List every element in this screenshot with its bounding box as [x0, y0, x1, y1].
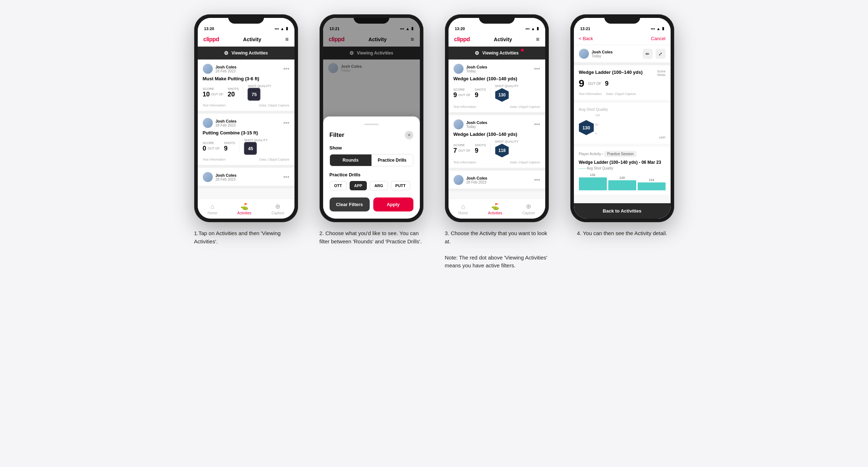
caption-2: 2. Choose what you'd like to see. You ca…	[320, 229, 423, 246]
data-source-1-2: Data: Clippd Capture	[259, 158, 289, 161]
activity-card-1-2[interactable]: Josh Coles 28 Feb 2023 ••• Putting Combi…	[198, 114, 294, 168]
nav-home-1[interactable]: ⌂ Home	[208, 203, 217, 215]
card-header-3-3: Josh Coles 28 Feb 2023 •••	[454, 175, 540, 185]
app-navbar-1: clippd Activity ≡	[198, 32, 294, 47]
sq-badge-1-2: 45	[244, 142, 257, 155]
activities-label-3: Activities	[488, 211, 502, 215]
status-time-4: 13:21	[580, 27, 590, 31]
wifi-icon-3: ▲	[531, 27, 535, 31]
battery-icon-1: ▮	[286, 26, 288, 31]
expand-icon-4[interactable]: ⤢	[656, 49, 666, 59]
step-1-column: 13:20 ▪▪▪ ▲ ▮ clippd Activity ≡ ⚙ View	[191, 14, 302, 246]
hamburger-icon-3[interactable]: ≡	[536, 36, 539, 43]
back-btn-4[interactable]: < Back	[579, 36, 593, 41]
modal-handle-2	[364, 124, 379, 125]
dots-menu-3-1[interactable]: •••	[534, 66, 540, 72]
card-header-left-1-3: Josh Coles 28 Feb 2023	[203, 172, 237, 182]
score-col-label-4: Score	[657, 70, 666, 73]
nav-activities-1[interactable]: ⛳ Activities	[237, 202, 251, 215]
tag-arg-2[interactable]: ARG	[370, 181, 388, 190]
drill-tags-2: OTT APP ARG PUTT	[330, 181, 413, 190]
practice-drills-btn-2[interactable]: Practice Drills	[371, 154, 413, 166]
home-icon-1: ⌂	[210, 203, 214, 210]
phone-notch-4	[604, 14, 640, 24]
stats-row-1-1: Score 10 OUT OF Shots 20	[203, 84, 289, 101]
activity-card-3-2[interactable]: Josh Coles Today ••• Wedge Ladder (100–1…	[449, 115, 545, 171]
avatar-3-3	[454, 175, 464, 185]
avatar-3-1	[454, 64, 464, 74]
stat-group-score-3-1: Score 9 OUT OF	[454, 88, 471, 99]
step-2-column: 13:21 ▪▪▪ ▲ ▮ clippd Activity ≡ ⚙ View	[316, 14, 427, 246]
activity-card-1-3[interactable]: Josh Coles 28 Feb 2023 •••	[198, 168, 294, 189]
dots-menu-3-3[interactable]: •••	[534, 177, 540, 183]
activity-list-1: Josh Coles 28 Feb 2023 ••• Must Make Put…	[198, 59, 294, 199]
shots-col-label-4: Shots	[657, 73, 666, 77]
activities-icon-1: ⛳	[240, 202, 248, 210]
viewing-label-3: Viewing Activities	[482, 51, 518, 56]
nav-capture-3[interactable]: ⊕ Capture	[522, 202, 535, 215]
clear-filters-btn-2[interactable]: Clear Filters	[330, 197, 370, 211]
activity-list-3: Josh Coles Today ••• Wedge Ladder (100–1…	[449, 59, 545, 199]
nav-activities-3[interactable]: ⛳ Activities	[488, 202, 502, 215]
activity-card-3-3[interactable]: Josh Coles 28 Feb 2023 •••	[449, 171, 545, 191]
phone-screen-4: 13:21 ▪▪▪ ▲ ▮ < Back Cancel	[574, 18, 671, 219]
score-card-4: Wedge Ladder (100–140 yds) Score Shots	[574, 65, 671, 100]
back-to-activities-btn-4[interactable]: Back to Activities	[574, 203, 671, 219]
user-date-1-2: 28 Feb 2023	[216, 123, 237, 127]
tag-putt-2[interactable]: PUTT	[391, 181, 411, 190]
card-header-1-3: Josh Coles 28 Feb 2023 •••	[203, 172, 289, 182]
viewing-banner-3[interactable]: ⚙ Viewing Activities	[449, 47, 545, 59]
stat-divider-1-1	[243, 87, 243, 98]
phone-notch-1	[228, 14, 264, 24]
big-score-4: 9	[579, 78, 585, 89]
player-activity-label-4: Player Activity	[579, 152, 601, 156]
caption-3-p1: 3. Choose the Activity that you want to …	[445, 229, 549, 246]
signal-icon-3: ▪▪▪	[526, 27, 530, 31]
activity-card-1-1[interactable]: Josh Coles 28 Feb 2023 ••• Must Make Put…	[198, 59, 294, 114]
dots-menu-1-2[interactable]: •••	[283, 120, 289, 126]
chart-session-title-4: Wedge Ladder (100–140 yds) - 06 Mar 23	[579, 160, 666, 165]
out-of-shots-4: 9	[605, 80, 609, 87]
edit-icon-4[interactable]: ✏	[643, 49, 653, 59]
nav-title-1: Activity	[243, 37, 262, 42]
card-header-left-1-2: Josh Coles 28 Feb 2023	[203, 118, 237, 128]
hamburger-icon-1[interactable]: ≡	[285, 36, 288, 43]
session-card-4: Player Activity › Practice Session Wedge…	[574, 147, 671, 195]
status-time-3: 13:20	[455, 27, 465, 31]
dots-menu-1-1[interactable]: •••	[283, 66, 289, 72]
detail-title-4: Wedge Ladder (100–140 yds)	[579, 70, 643, 78]
status-icons-4: ▪▪▪ ▲ ▮	[651, 26, 664, 31]
shots-label-3-2: Shots	[475, 143, 486, 147]
activity-card-3-1[interactable]: Josh Coles Today ••• Wedge Ladder (100–1…	[449, 59, 545, 115]
tag-app-2[interactable]: APP	[350, 181, 367, 190]
viewing-banner-1[interactable]: ⚙ Viewing Activities	[198, 47, 294, 59]
apply-btn-2[interactable]: Apply	[373, 197, 413, 211]
tag-ott-2[interactable]: OTT	[330, 181, 347, 190]
bottom-nav-3: ⌂ Home ⛳ Activities ⊕ Capture	[449, 199, 545, 219]
card-header-left-3-2: Josh Coles Today	[454, 119, 488, 129]
close-btn-2[interactable]: ✕	[405, 131, 413, 139]
test-info-1-2: Test Information	[203, 158, 226, 161]
detail-user-row-4: Josh Coles Today ✏ ⤢	[574, 45, 671, 65]
caption-1: 1.Tap on Activities and then 'Viewing Ac…	[194, 229, 298, 246]
avatar-1-3	[203, 172, 213, 182]
battery-icon-3: ▮	[537, 26, 539, 31]
info-subrow-4: Test Information Data: Clippd Capture	[579, 92, 666, 96]
nav-capture-1[interactable]: ⊕ Capture	[272, 202, 284, 215]
dots-menu-3-2[interactable]: •••	[534, 121, 540, 128]
phone-3: 13:20 ▪▪▪ ▲ ▮ clippd Activity ≡ ⚙	[445, 14, 549, 222]
dots-menu-1-3[interactable]: •••	[283, 174, 289, 180]
stat-divider-3-1	[490, 88, 490, 99]
cancel-btn-4[interactable]: Cancel	[651, 36, 665, 41]
user-date-1-1: 28 Feb 2023	[216, 69, 237, 73]
stats-row-3-2: Score 7 OUT OF Shots 9	[454, 140, 540, 158]
nav-home-3[interactable]: ⌂ Home	[459, 203, 468, 215]
chart-sublabel-text-4: Avg Shot Quality	[587, 166, 613, 170]
sq-chart-badge-4: 130	[579, 120, 594, 135]
score-value-1-2: 0	[203, 145, 206, 152]
mini-chart-4: 132 129 124	[579, 172, 666, 190]
stats-row-1-2: Score 0 OUT OF Shots 9	[203, 138, 289, 155]
nav-title-3: Activity	[494, 37, 512, 42]
score-value-1-1: 10	[203, 91, 210, 98]
rounds-btn-2[interactable]: Rounds	[330, 154, 371, 166]
